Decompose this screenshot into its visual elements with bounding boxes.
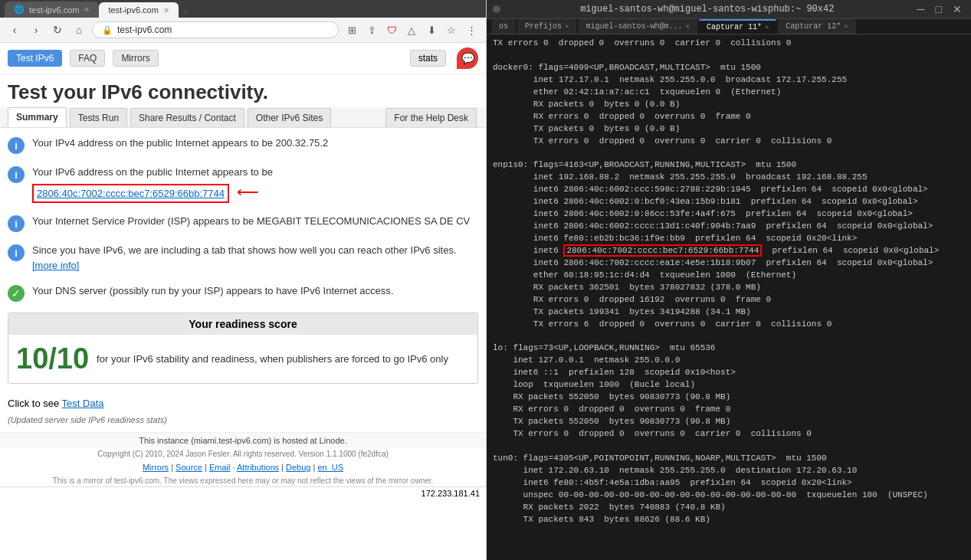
browser-tab-active[interactable]: test-ipv6.com ✕ — [99, 2, 178, 18]
term-tab-capturar12[interactable]: Capturar 12* ✕ — [778, 19, 855, 34]
term-line-docker0-ether: ether 02:42:1a:a7:ac:c1 txqueuelen 0 (Et… — [493, 87, 965, 99]
menu-icon[interactable]: ⋮ — [463, 21, 480, 38]
email-link[interactable]: Email — [209, 463, 231, 472]
result-text-ipv6: Your IPv6 address on the public Internet… — [32, 165, 478, 203]
check-icon-dns: ✓ — [8, 285, 25, 302]
term-tab-miguel[interactable]: miguel-santos-wh@m... ✕ — [578, 19, 697, 34]
result-dns: ✓ Your DNS server (possibly run by your … — [8, 283, 478, 302]
term-line-enp-header: enp1s0: flags=4163<UP,BROADCAST,RUNNING,… — [493, 159, 965, 172]
minimize-button[interactable]: ─ — [914, 3, 928, 15]
term-line-enp-rxe: RX errors 0 dropped 16192 overruns 0 fra… — [493, 294, 965, 306]
nav-faq[interactable]: FAQ — [70, 50, 105, 67]
term-line-enp-inet6-3: inet6 2806:40c:6002:0:86cc:53fe:4a4f:675… — [493, 208, 965, 221]
translate-icon[interactable]: ⊞ — [343, 21, 360, 38]
terminal-body[interactable]: TX errors 0 dropped 0 overruns 0 carrier… — [487, 34, 971, 560]
terminal-window-title: miguel-santos-wh@miguel-santos-wisphub:~… — [500, 4, 914, 15]
site-header: Test IPv6 FAQ Mirrors stats 💬 — [0, 43, 486, 74]
term-line-enp-txp: TX packets 199341 bytes 34194288 (34.1 M… — [493, 306, 965, 319]
term-tab-capturar11[interactable]: Capturar 11* ✕ — [699, 19, 776, 34]
result-text-dns: Your DNS server (possibly run by your IS… — [32, 283, 478, 299]
term-line-tun0-unspec: unspec 00-00-00-00-00-00-00-00-00-00-00-… — [493, 490, 965, 502]
term-line-lo-header: lo: flags=73<UP,LOOPBACK,RUNNING> mtu 65… — [493, 342, 965, 355]
reload-button[interactable]: ↻ — [49, 21, 66, 38]
lang-link[interactable]: en_US — [317, 463, 343, 472]
term-line-enp-rxp: RX packets 362501 bytes 378027832 (378.0… — [493, 282, 965, 294]
term-line-enp-inet6-1: inet6 2806:40c:6002:ccc:598c:2788:229b:1… — [493, 184, 965, 196]
readiness-body: 10/10 for your IPv6 stability and readin… — [8, 335, 477, 383]
shield-icon[interactable]: 🛡 — [383, 21, 400, 38]
term-line-enp-inet6-7: inet6 2806:40c:7002:cccc:ea1e:4e5e:1b18:… — [493, 257, 965, 270]
browser-tabs-bar: 🌐 test-ipv6.com ✕ test-ipv6.com ✕ + — [0, 0, 486, 18]
close-button[interactable]: ✕ — [950, 3, 965, 15]
new-tab-button[interactable]: + — [179, 6, 194, 18]
tab-label-active: test-ipv6.com — [108, 5, 158, 15]
tab-close-icon[interactable]: ✕ — [84, 5, 90, 14]
debug-link[interactable]: Debug — [286, 463, 310, 472]
term-line-lo-rxe: RX errors 0 dropped 0 overruns 0 frame 0 — [493, 404, 965, 416]
tab-share-results[interactable]: Share Results / Contact — [130, 108, 244, 127]
readiness-score: 10/10 — [16, 342, 89, 375]
info-icon-ipv6: i — [8, 166, 25, 183]
forward-button[interactable]: › — [28, 21, 44, 38]
mirrors-link[interactable]: Mirrors — [143, 463, 169, 472]
term-tab-close-miguel[interactable]: ✕ — [685, 22, 689, 31]
term-tab-label-miguel: miguel-santos-wh@m... — [586, 22, 682, 31]
nav-test-ipv6[interactable]: Test IPv6 — [8, 50, 62, 67]
terminal-panel: miguel-santos-wh@miguel-santos-wisphub:~… — [487, 0, 971, 560]
tab-label: test-ipv6.com — [29, 5, 79, 15]
attributions-link[interactable]: Attributions — [237, 463, 279, 472]
tab-tests-run[interactable]: Tests Run — [70, 108, 127, 127]
terminal-titlebar: miguel-santos-wh@miguel-santos-wisphub:~… — [487, 0, 971, 19]
website-content: Test IPv6 FAQ Mirrors stats 💬 Test your … — [0, 43, 486, 560]
copyright-text: Copyright (C) 2010, 2024 Jason Fesler. A… — [0, 448, 486, 460]
term-tab-close-prefijos[interactable]: ✕ — [565, 22, 569, 31]
home-button[interactable]: ⌂ — [71, 21, 87, 38]
tab-other-sites[interactable]: Other IPv6 Sites — [248, 108, 331, 127]
source-link[interactable]: Source — [176, 463, 202, 472]
extension-icon[interactable]: △ — [403, 21, 420, 38]
terminal-window-buttons: ─ □ ✕ — [914, 3, 965, 15]
browser-tab-testipv6[interactable]: 🌐 test-ipv6.com ✕ — [5, 2, 99, 18]
highlighted-ipv6: 2806:40c:7002:cccc:bec7:6529:66bb:7744 — [563, 244, 762, 257]
terminal-window-controls — [493, 5, 500, 13]
term-tab-label-prefijos: Prefijos — [525, 22, 562, 31]
term-line-docker0-rxe: RX errors 0 dropped 0 overruns 0 frame 0 — [493, 111, 965, 123]
readiness-header: Your readiness score — [8, 313, 477, 335]
test-data-link[interactable]: Test Data — [62, 398, 104, 409]
address-bar[interactable]: 🔒 test-ipv6.com — [92, 21, 339, 38]
tab-help-desk[interactable]: For the Help Desk — [385, 108, 477, 127]
download-icon[interactable]: ⬇ — [423, 21, 440, 38]
term-tab-prefijos[interactable]: Prefijos ✕ — [517, 19, 576, 34]
maximize-button[interactable]: □ — [933, 3, 945, 15]
term-line-blank3 — [493, 331, 965, 343]
tab-close-active-icon[interactable]: ✕ — [163, 6, 169, 15]
readiness-description: for your IPv6 stability and readiness, w… — [97, 353, 448, 365]
more-info-link[interactable]: [more info] — [32, 260, 79, 271]
term-line-lo-rxp: RX packets 552050 bytes 90830773 (90.8 M… — [493, 391, 965, 404]
term-line-docker0-txp: TX packets 0 bytes 0 (0.0 B) — [493, 123, 965, 136]
term-tab-os[interactable]: os — [491, 19, 516, 34]
back-button[interactable]: ‹ — [6, 21, 23, 38]
tab-summary[interactable]: Summary — [8, 107, 67, 127]
chat-icon[interactable]: 💬 — [457, 47, 478, 69]
term-line-enp-inet6-highlighted: inet6 2806:40c:7002:cccc:bec7:6529:66bb:… — [493, 245, 965, 257]
footer-links: Mirrors | Source | Email · Attributions … — [0, 460, 486, 475]
result-ipv4: i Your IPv4 address on the public Intern… — [8, 136, 478, 154]
term-tab-close-capturar11[interactable]: ✕ — [765, 23, 769, 31]
term-line-tun0-inet: inet 172.20.63.10 netmask 255.255.255.0 … — [493, 465, 965, 477]
term-line-lo-txp: TX packets 552050 bytes 90830773 (90.8 M… — [493, 416, 965, 428]
term-tab-label-capturar12: Capturar 12* — [786, 22, 841, 31]
result-text-tab: Since you have IPv6, we are including a … — [32, 243, 478, 273]
term-tab-label-os: os — [499, 22, 508, 31]
nav-stats[interactable]: stats — [410, 50, 446, 67]
bookmark-icon[interactable]: ☆ — [443, 21, 460, 38]
term-tab-close-capturar12[interactable]: ✕ — [844, 22, 848, 31]
lock-icon: 🔒 — [102, 25, 113, 35]
result-ipv6: i Your IPv6 address on the public Intern… — [8, 165, 478, 203]
term-line-enp-inet6-2: inet6 2806:40c:6002:0:bcf0:43ea:15b9:b18… — [493, 196, 965, 208]
nav-mirrors[interactable]: Mirrors — [113, 50, 158, 67]
term-line-lo-inet6: inet6 ::1 prefixlen 128 scopeid 0x10<hos… — [493, 367, 965, 379]
footer-mirror-text: This is a mirror of test-ipv6.com. The v… — [0, 475, 486, 486]
share-icon[interactable]: ⇪ — [363, 21, 380, 38]
term-line-blank2 — [493, 147, 965, 159]
